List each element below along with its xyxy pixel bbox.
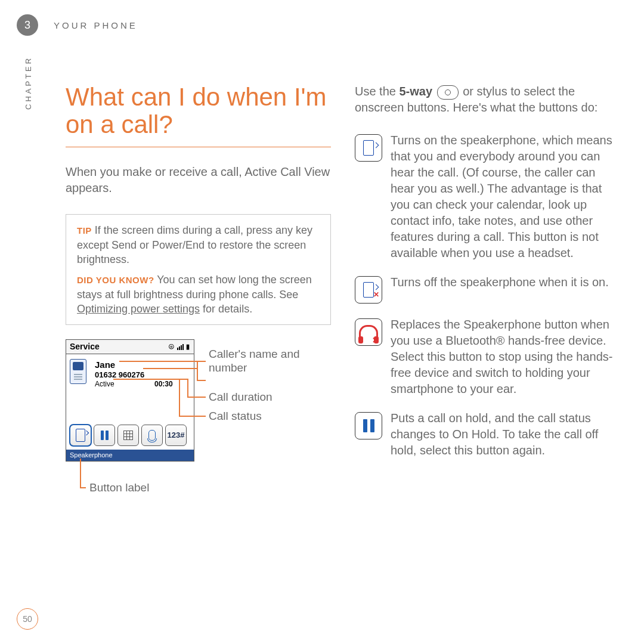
hold-button[interactable] [94, 425, 115, 446]
callout-line [197, 380, 206, 381]
callout-line [179, 379, 180, 416]
battery-icon: ▮ [186, 342, 190, 351]
tip-text: If the screen dims during a call, press … [77, 224, 312, 265]
dyk-text-after: for details. [200, 303, 252, 315]
button-desc-row: Turns off the speakerphone when it is on… [355, 274, 620, 304]
mic-icon [148, 430, 156, 441]
callout-duration: Call duration [209, 391, 273, 404]
optimizing-power-link[interactable]: Optimizing power settings [77, 303, 200, 315]
callout-status: Call status [209, 410, 262, 423]
hold-icon [363, 419, 374, 432]
pause-icon [101, 431, 109, 440]
tip-label: TIP [77, 225, 92, 236]
five-way-label: 5-way [399, 85, 432, 98]
callout-line [179, 416, 206, 417]
extra-digits-button[interactable]: 123# [165, 425, 187, 446]
five-way-icon [437, 85, 459, 100]
speakerphone-off-iconbox [355, 276, 382, 304]
button-desc-row: Puts a call on hold, and the call status… [355, 410, 620, 459]
bluetooth-cancel-desc: Replaces the Speakerphone button when yo… [391, 317, 620, 397]
page-title: What can I do when I'm on a call? [66, 83, 331, 138]
signal-icon [177, 344, 184, 350]
bluetooth-cancel-iconbox: ✕ [355, 318, 382, 346]
dialpad-icon [123, 431, 133, 440]
tip-box: TIP If the screen dims during a call, pr… [66, 214, 331, 325]
callout-button-label: Button label [89, 481, 149, 495]
screenshot-footer: Speakerphone [66, 450, 194, 461]
bluetooth-icon: ⦾ [169, 342, 175, 351]
speakerphone-on-desc: Turns on the speakerphone, which means t… [391, 132, 620, 261]
lead-text: Use the 5-way or stylus to select the on… [355, 83, 620, 116]
chapter-rail: CHAPTER [24, 38, 33, 110]
call-duration: 00:30 [154, 379, 173, 389]
mute-button[interactable] [141, 425, 163, 446]
intro-text: When you make or receive a call, Active … [66, 164, 331, 196]
button-desc-row: Turns on the speakerphone, which means t… [355, 132, 620, 261]
service-label: Service [70, 341, 100, 352]
title-rule [66, 147, 331, 147]
callout-caller-name: Caller's name and number [209, 348, 316, 375]
dialpad-button[interactable] [117, 425, 139, 446]
callout-line [80, 459, 81, 487]
right-column: Use the 5-way or stylus to select the on… [355, 83, 620, 602]
callout-line [80, 487, 86, 488]
speakerphone-button[interactable] [70, 425, 91, 446]
chapter-number-badge: 3 [17, 14, 38, 36]
speakerphone-on-icon [363, 140, 374, 156]
speakerphone-off-desc: Turns off the speakerphone when it is on… [391, 274, 620, 304]
screenshot-button-row: 123# [66, 421, 194, 450]
callout-line [187, 397, 206, 398]
active-call-figure: Service ⦾ ▮ Jane 01632 960276 Active 00:… [66, 339, 331, 518]
x-icon: ✕ [372, 335, 379, 346]
callout-line [143, 368, 197, 369]
screenshot: Service ⦾ ▮ Jane 01632 960276 Active 00:… [66, 339, 194, 462]
headphones-icon: ✕ [359, 325, 378, 340]
status-icons: ⦾ ▮ [169, 342, 190, 351]
callout-line [119, 361, 206, 362]
callout-line [113, 379, 179, 380]
speakerphone-icon [76, 429, 85, 442]
left-column: What can I do when I'm on a call? When y… [66, 83, 331, 602]
callout-line [187, 379, 188, 397]
did-you-know-label: DID YOU KNOW? [77, 275, 154, 285]
running-head: YOUR PHONE [54, 20, 138, 30]
hold-iconbox [355, 412, 382, 439]
screenshot-titlebar: Service ⦾ ▮ [66, 340, 194, 354]
speakerphone-on-iconbox [355, 134, 382, 162]
hold-desc: Puts a call on hold, and the call status… [391, 410, 620, 459]
speakerphone-off-icon [363, 282, 374, 298]
button-desc-row: ✕ Replaces the Speakerphone button when … [355, 317, 620, 397]
caller-photo-icon [70, 359, 86, 384]
call-status: Active [95, 379, 114, 389]
callout-line [197, 361, 198, 380]
page-number-badge: 50 [17, 608, 38, 630]
